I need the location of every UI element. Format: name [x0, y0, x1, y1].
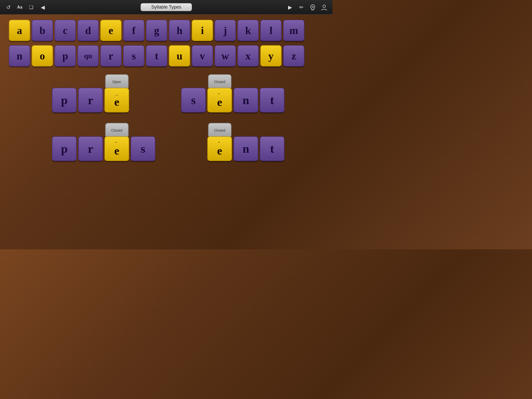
tile-s[interactable]: s — [181, 88, 206, 112]
word-group-pres: p r Closed ̆ e s — [52, 123, 155, 161]
page-title: Syllable Types — [141, 3, 192, 11]
alpha-tile-a[interactable]: a — [9, 20, 30, 41]
alpha-tile-u[interactable]: u — [169, 45, 190, 66]
svg-point-1 — [323, 5, 325, 8]
svg-point-0 — [312, 6, 314, 8]
words-row-1: p r Open — e s — [16, 74, 317, 112]
alphabet-section: abcdefghijklm nopqurstuvwxyz — [0, 15, 332, 69]
top-bar: ↺ Aa ❑ ◀ Syllable Types ▶ ✏ — [0, 0, 332, 15]
user-icon[interactable] — [320, 3, 328, 11]
title-area: Syllable Types — [50, 3, 283, 11]
word-group-sent: s Closed ̆ e n t — [181, 74, 284, 112]
alpha-tile-f[interactable]: f — [123, 20, 144, 41]
alpha-tile-w[interactable]: w — [215, 45, 236, 66]
label-closed-2: Closed — [105, 123, 129, 138]
alpha-tile-v[interactable]: v — [192, 45, 213, 66]
alphabet-row-2: nopqurstuvwxyz — [4, 43, 329, 68]
layers-button[interactable]: ❑ — [27, 3, 35, 11]
alpha-tile-z[interactable]: z — [283, 45, 304, 66]
tile-e-breve-2[interactable]: ̆ e — [104, 136, 129, 161]
tile-r2[interactable]: r — [78, 136, 103, 161]
tile-p[interactable]: p — [52, 88, 77, 112]
alpha-tile-b[interactable]: b — [32, 20, 53, 41]
alpha-tile-s[interactable]: s — [123, 45, 144, 66]
alpha-tile-qu[interactable]: qu — [77, 45, 99, 66]
alpha-tile-h[interactable]: h — [169, 20, 190, 41]
alpha-tile-x[interactable]: x — [237, 45, 259, 66]
right-icons: ✏ — [297, 3, 328, 11]
alpha-tile-j[interactable]: j — [215, 20, 236, 41]
tile-r[interactable]: r — [78, 88, 103, 112]
tile-e-breve-3[interactable]: ̆ e — [207, 136, 232, 161]
refresh-button[interactable]: ↺ — [4, 3, 12, 11]
alpha-tile-n[interactable]: n — [9, 45, 30, 66]
tile-n2[interactable]: n — [234, 136, 258, 161]
alpha-tile-i[interactable]: i — [192, 20, 213, 41]
font-button[interactable]: Aa — [16, 3, 24, 11]
word-group-ent: Closed ̆ e n t — [207, 123, 284, 161]
alpha-tile-p[interactable]: p — [55, 45, 76, 66]
alphabet-row-1: abcdefghijklm — [4, 17, 329, 43]
alpha-tile-g[interactable]: g — [146, 20, 167, 41]
tile-e-macron[interactable]: — e — [104, 88, 129, 112]
alpha-tile-m[interactable]: m — [283, 20, 304, 41]
words-area: p r Open — e s — [0, 69, 332, 166]
words-row-2: p r Closed ̆ e s Closed — [16, 123, 317, 161]
forward-button[interactable]: ▶ — [286, 3, 294, 11]
back-button[interactable]: ◀ — [38, 3, 47, 11]
tile-e-breve-1[interactable]: ̆ e — [207, 88, 232, 112]
alpha-tile-c[interactable]: c — [55, 20, 76, 41]
alpha-tile-r[interactable]: r — [100, 45, 122, 66]
label-closed-1: Closed — [208, 74, 231, 89]
alpha-tile-y[interactable]: y — [260, 45, 282, 66]
tile-n[interactable]: n — [234, 88, 258, 112]
tile-p2[interactable]: p — [52, 136, 77, 161]
alpha-tile-k[interactable]: k — [237, 20, 259, 41]
alpha-tile-d[interactable]: d — [77, 20, 99, 41]
tile-t[interactable]: t — [260, 88, 284, 112]
tile-t2[interactable]: t — [260, 136, 284, 161]
label-closed-3: Closed — [208, 123, 231, 138]
alpha-tile-t[interactable]: t — [146, 45, 167, 66]
alpha-tile-e[interactable]: e — [100, 20, 122, 41]
alpha-tile-o[interactable]: o — [32, 45, 53, 66]
hearing-icon[interactable] — [309, 3, 317, 11]
word-group-pre: p r Open — e — [52, 74, 129, 112]
tile-s2[interactable]: s — [131, 136, 155, 161]
alpha-tile-l[interactable]: l — [260, 20, 282, 41]
pencil-icon[interactable]: ✏ — [297, 3, 305, 11]
label-open: Open — [105, 74, 129, 89]
